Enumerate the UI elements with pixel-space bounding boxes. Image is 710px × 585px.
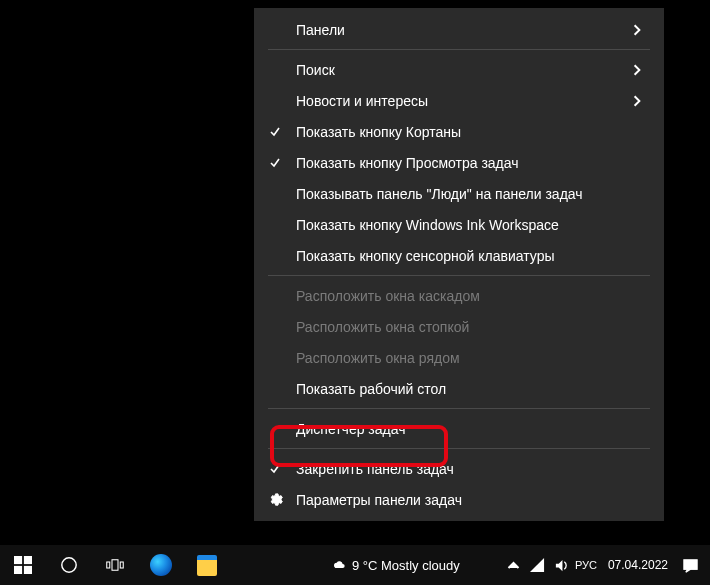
menu-item-people[interactable]: Показывать панель "Люди" на панели задач [254,178,664,209]
svg-rect-5 [107,562,110,568]
menu-label: Показать кнопку Windows Ink Workspace [296,217,628,233]
menu-item-task-manager[interactable]: Диспетчер задач [254,413,664,444]
menu-item-panels[interactable]: Панели [254,14,664,45]
menu-label: Закрепить панель задач [296,461,628,477]
edge-button[interactable] [138,545,184,585]
menu-item-taskbar-settings[interactable]: Параметры панели задач [254,484,664,515]
menu-label: Расположить окна рядом [296,350,628,366]
menu-label: Поиск [296,62,628,78]
svg-rect-8 [683,559,696,568]
menu-label: Новости и интересы [296,93,628,109]
menu-item-keyboard[interactable]: Показать кнопку сенсорной клавиатуры [254,240,664,271]
menu-label: Панели [296,22,628,38]
menu-label: Показать кнопку Просмотра задач [296,155,628,171]
menu-label: Показывать панель "Люди" на панели задач [296,186,628,202]
weather-icon [330,556,346,575]
menu-item-cortana[interactable]: Показать кнопку Кортаны [254,116,664,147]
network-icon[interactable] [526,558,550,573]
svg-rect-7 [120,562,123,568]
menu-separator [268,408,650,409]
tray-chevron-icon[interactable] [502,558,526,573]
menu-item-stack: Расположить окна стопкой [254,311,664,342]
check-icon [254,126,296,138]
menu-label: Показать рабочий стол [296,381,628,397]
folder-icon [197,555,217,576]
menu-item-ink[interactable]: Показать кнопку Windows Ink Workspace [254,209,664,240]
menu-item-taskview[interactable]: Показать кнопку Просмотра задач [254,147,664,178]
taskbar-date[interactable]: 07.04.2022 [598,558,678,572]
menu-label: Показать кнопку сенсорной клавиатуры [296,248,628,264]
explorer-button[interactable] [184,545,230,585]
menu-separator [268,49,650,50]
menu-item-news[interactable]: Новости и интересы [254,85,664,116]
taskbar-context-menu: Панели Поиск Новости и интересы Показать… [254,8,664,521]
volume-icon[interactable] [550,558,574,573]
menu-label: Параметры панели задач [296,492,628,508]
svg-rect-3 [24,566,32,574]
chevron-right-icon [628,24,646,36]
menu-label: Диспетчер задач [296,421,628,437]
svg-rect-2 [14,566,22,574]
svg-rect-1 [24,556,32,564]
system-tray: РУС 07.04.2022 [502,545,710,585]
menu-label: Расположить окна стопкой [296,319,628,335]
taskbar[interactable]: 9 °C Mostly cloudy РУС 07.04.2022 [0,545,710,585]
check-icon [254,463,296,475]
chevron-right-icon [628,64,646,76]
menu-separator [268,275,650,276]
check-icon [254,157,296,169]
svg-rect-0 [14,556,22,564]
edge-icon [150,554,172,576]
chevron-right-icon [628,95,646,107]
action-center-icon[interactable] [678,558,702,573]
menu-item-show-desktop[interactable]: Показать рабочий стол [254,373,664,404]
menu-label: Показать кнопку Кортаны [296,124,628,140]
taskview-button[interactable] [92,545,138,585]
weather-widget[interactable]: 9 °C Mostly cloudy [330,545,460,585]
language-icon[interactable]: РУС [574,559,598,571]
start-button[interactable] [0,545,46,585]
menu-item-lock-taskbar[interactable]: Закрепить панель задач [254,453,664,484]
menu-separator [268,448,650,449]
gear-icon [254,492,296,507]
menu-item-cascade: Расположить окна каскадом [254,280,664,311]
svg-rect-6 [112,560,118,571]
svg-point-4 [62,558,76,572]
weather-text: 9 °C Mostly cloudy [352,558,460,573]
menu-item-search[interactable]: Поиск [254,54,664,85]
cortana-button[interactable] [46,545,92,585]
menu-item-side-by-side: Расположить окна рядом [254,342,664,373]
menu-label: Расположить окна каскадом [296,288,628,304]
